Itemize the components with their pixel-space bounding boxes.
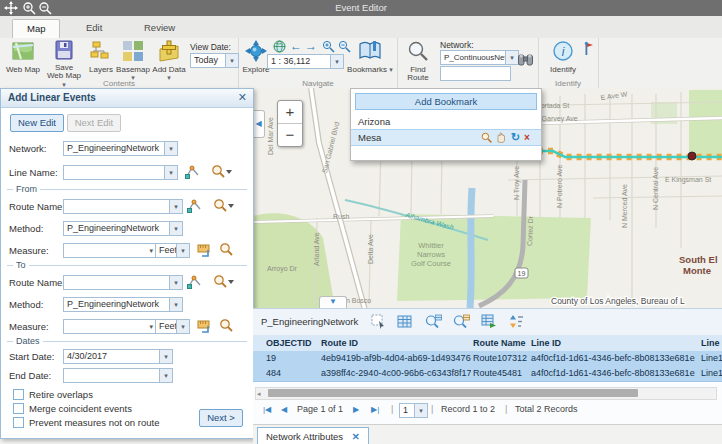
find-route-button[interactable]: Find Route <box>402 40 434 83</box>
bookmark-item-mesa[interactable]: Mesa ↻ × <box>351 129 541 146</box>
to-unit-select[interactable]: Feet ▾ <box>155 319 190 334</box>
to-ruler-icon[interactable] <box>197 318 212 335</box>
horizontal-scrollbar[interactable]: ◂ <box>255 387 717 400</box>
to-measure-caret-icon[interactable]: ▾ <box>149 320 153 333</box>
bookmark-pan-icon[interactable] <box>495 132 507 144</box>
from-zoom-menu-icon[interactable] <box>213 198 235 215</box>
from-method-select[interactable]: P_EngineeringNetwork ▾ <box>63 221 183 236</box>
zoom-to-all-icon[interactable] <box>453 314 470 331</box>
globe-icon[interactable] <box>273 40 286 55</box>
table-row[interactable]: 484 a398ff4c-2940-4c00-96b6-c6343f8f1711… <box>253 366 722 382</box>
network-caret-icon[interactable]: ▾ <box>505 51 518 64</box>
tab-edit[interactable]: Edit <box>72 19 116 37</box>
back-icon[interactable]: ← <box>290 39 302 53</box>
collapse-left-panel-button[interactable]: ◀ <box>253 110 265 138</box>
web-map-button[interactable]: Web Map <box>4 40 42 74</box>
column-header-line-name[interactable]: Line Name <box>701 335 722 351</box>
tab-close-icon[interactable]: ✕ <box>352 431 360 442</box>
collapse-bottom-panel-button[interactable]: ▼ <box>319 296 347 308</box>
line-name-field-select[interactable]: ▾ <box>63 165 178 180</box>
from-measure-combo[interactable]: ▾ <box>63 243 156 258</box>
to-measure-combo[interactable]: ▾ <box>63 319 156 334</box>
bookmark-refresh-icon[interactable]: ↻ <box>511 130 523 142</box>
export-table-icon[interactable] <box>481 314 497 331</box>
column-header-route-id[interactable]: Route ID <box>321 335 471 351</box>
from-unit-select[interactable]: Feet ▾ <box>155 243 190 258</box>
from-route-caret-icon[interactable]: ▾ <box>169 200 182 213</box>
first-page-icon[interactable]: |◀ <box>263 405 271 414</box>
column-header-line-id[interactable]: Line ID <box>531 335 699 351</box>
prev-page-icon[interactable]: ◀ <box>281 405 287 414</box>
from-method-caret-icon[interactable]: ▾ <box>169 222 182 235</box>
to-route-caret-icon[interactable]: ▾ <box>169 276 182 289</box>
select-line-on-map-icon[interactable] <box>185 164 200 181</box>
column-header-objectid[interactable]: OBJECTID <box>266 335 320 351</box>
next-button[interactable]: Next > <box>199 409 243 427</box>
scroll-left-arrow-icon[interactable]: ◂ <box>257 389 261 398</box>
bookmark-zoom-icon[interactable] <box>481 132 493 144</box>
merge-coincident-checkbox[interactable] <box>13 403 24 414</box>
tab-review[interactable]: Review <box>130 19 189 37</box>
scale-caret-icon[interactable]: ▾ <box>330 55 343 68</box>
zoom-in-icon[interactable] <box>22 1 36 15</box>
to-method-select[interactable]: P_EngineeringNetwork ▾ <box>63 297 183 312</box>
from-select-route-on-map-icon[interactable] <box>187 198 202 215</box>
to-method-caret-icon[interactable]: ▾ <box>169 298 182 311</box>
from-measure-caret-icon[interactable]: ▾ <box>149 244 153 257</box>
from-measure-zoom-icon[interactable] <box>219 242 234 259</box>
view-date-caret-icon[interactable]: ▾ <box>225 54 238 67</box>
network-field-select[interactable]: P_EngineeringNetwork ▾ <box>63 141 178 156</box>
scrollbar-thumb[interactable] <box>268 389 638 397</box>
table-grid-icon[interactable] <box>397 314 412 331</box>
view-date-select[interactable]: Today ▾ <box>190 53 239 68</box>
tab-map[interactable]: Map <box>12 19 60 38</box>
route-search-input[interactable] <box>440 66 511 81</box>
to-select-route-on-map-icon[interactable] <box>187 274 202 291</box>
table-row[interactable]: 19 4eb9419b-af9b-4d04-ab69-1d493476802b … <box>253 351 722 367</box>
page-number-select[interactable]: 1 ▾ <box>399 403 428 418</box>
event-point[interactable] <box>688 152 696 160</box>
map-viewport[interactable]: 19 Del Mar Ave San Gabriel Blvd E Cortad… <box>253 88 722 308</box>
column-header-route-name[interactable]: Route Name <box>473 335 529 351</box>
forward-icon[interactable]: → <box>305 39 317 53</box>
layers-button[interactable]: Layers <box>86 40 116 74</box>
page-number-caret-icon[interactable]: ▾ <box>414 404 427 417</box>
pan-icon[interactable] <box>4 1 18 15</box>
binoculars-icon[interactable] <box>518 52 533 68</box>
scale-select[interactable]: 1 : 36,112 ▾ <box>267 54 344 69</box>
start-date-caret-icon[interactable]: ▾ <box>159 350 172 363</box>
table-selection-icon[interactable] <box>371 314 386 331</box>
add-data-button[interactable]: Add Data ▾ <box>152 40 186 83</box>
new-edit-button[interactable]: New Edit <box>10 114 64 132</box>
zoom-out-icon[interactable] <box>38 1 52 15</box>
to-measure-zoom-icon[interactable] <box>219 318 234 335</box>
line-zoom-menu-icon[interactable] <box>211 164 233 181</box>
retire-overlaps-checkbox[interactable] <box>13 389 24 400</box>
line-name-caret-icon[interactable]: ▾ <box>164 166 177 179</box>
next-edit-button[interactable]: Next Edit <box>67 114 121 132</box>
add-bookmark-button[interactable]: Add Bookmark <box>355 93 537 110</box>
zoom-to-selected-icon[interactable] <box>425 314 442 331</box>
close-icon[interactable]: ✕ <box>238 91 247 104</box>
bookmark-delete-icon[interactable]: × <box>524 130 536 142</box>
end-date-select[interactable]: ▾ <box>63 368 173 383</box>
to-unit-caret-icon[interactable]: ▾ <box>176 320 189 333</box>
to-zoom-menu-icon[interactable] <box>213 274 235 291</box>
flag-pin-icon[interactable] <box>580 41 593 57</box>
network-field-caret-icon[interactable]: ▾ <box>164 142 177 155</box>
start-date-select[interactable]: 4/30/2017 ▾ <box>63 349 173 364</box>
from-unit-caret-icon[interactable]: ▾ <box>176 244 189 257</box>
map-zoom-out-button[interactable]: − <box>278 124 302 146</box>
map-zoom-in-button[interactable]: + <box>278 101 302 124</box>
to-route-name-select[interactable]: ▾ <box>63 275 183 290</box>
prevent-measures-checkbox[interactable] <box>13 417 24 428</box>
bookmark-item-arizona[interactable]: Arizona <box>351 114 541 129</box>
bookmarks-button[interactable]: Bookmarks ▾ <box>347 40 393 74</box>
zoom-in-icon[interactable] <box>322 40 335 55</box>
next-page-icon[interactable]: ▶ <box>353 405 359 414</box>
basemap-button[interactable]: Basemap ▾ <box>116 40 150 83</box>
sort-icon[interactable] <box>509 314 524 331</box>
network-attributes-tab[interactable]: Network Attributes ✕ <box>257 427 369 444</box>
identify-button[interactable]: i Identify <box>546 40 580 74</box>
from-route-name-select[interactable]: ▾ <box>63 199 183 214</box>
